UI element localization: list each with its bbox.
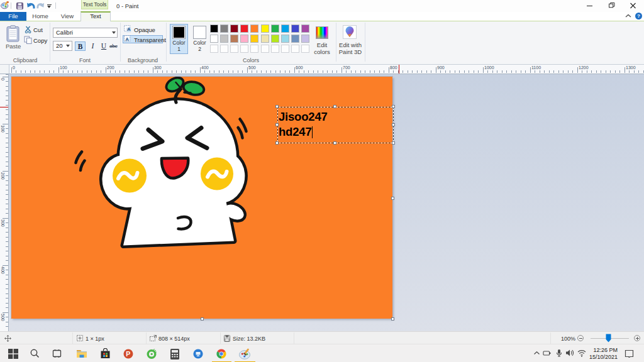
svg-text:A: A bbox=[125, 36, 129, 42]
svg-text:A: A bbox=[127, 26, 131, 32]
svg-text:P: P bbox=[126, 350, 130, 358]
